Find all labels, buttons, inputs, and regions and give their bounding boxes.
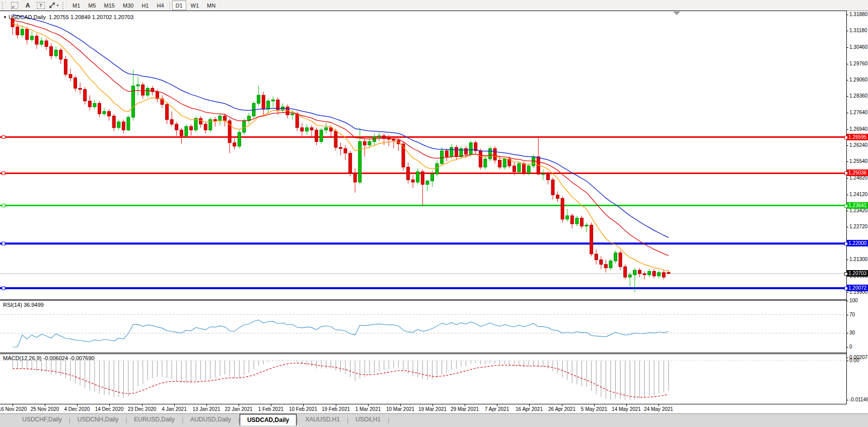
rsi-indicator-label: RSI(14) 36.9499 [3,302,44,308]
axis-tick [846,129,848,130]
main-chart-canvas[interactable] [0,11,846,299]
price-tick: 1.31880 [849,12,867,17]
chart-tab-usdcad-daily[interactable]: USDCAD,Daily [240,414,297,425]
timeframe-button-d1[interactable]: D1 [172,1,186,10]
axis-tick [846,260,848,260]
text-label-icon[interactable]: A [22,1,34,11]
price-tick: 1.21300 [849,257,867,262]
price-tick: 1.22720 [849,224,867,229]
axis-tick [846,292,848,293]
macd-signal-line [13,363,669,397]
price-tick: 1.26240 [849,142,867,148]
hline-anchor[interactable] [2,287,5,290]
hline-anchor[interactable] [2,204,5,207]
axis-tick [846,15,848,15]
price-badge-1.23641[interactable]: 1.23641 [847,202,868,209]
axis-tick [846,31,848,31]
axis-tick [846,161,848,162]
timeframe-button-m1[interactable]: M1 [69,1,84,10]
date-axis[interactable]: 16 Nov 202025 Nov 20204 Dec 202014 Dec 2… [0,404,847,413]
price-badge-1.20072[interactable]: 1.20072 [847,285,868,291]
timeframe-button-m30[interactable]: M30 [119,1,137,10]
separator [0,353,847,353]
price-tick: 1.25540 [849,158,867,164]
rsi-tick: 0 [849,344,852,350]
ma-slow-line [13,15,669,237]
snap-grid-glyph: F [11,2,18,9]
axis-tick [846,400,848,400]
timeframe-button-w1[interactable]: W1 [187,1,203,10]
mt-terminal-window: F A T ▼ M1M5M15M30H1H4D1W1MN ▼ USDCAD,Da… [0,0,868,427]
hline-anchor[interactable] [2,172,5,175]
date-label: 24 May 2021 [638,406,679,412]
toolbar-grip-2[interactable] [62,2,66,9]
axis-tick [846,113,848,113]
hline-anchor[interactable] [2,136,5,139]
chart-tab-usdcnh-daily[interactable]: USDCNH,Daily [70,414,125,425]
macd-tick-min: -0.011462 [849,397,868,402]
axis-tick [846,333,848,333]
chart-tab-usoil-h1[interactable]: USOil,H1 [348,414,388,425]
axis-tick [846,195,848,195]
rsi-tick: 30 [849,330,855,335]
macd-indicator-canvas[interactable] [0,354,846,404]
price-tick: 1.30460 [849,44,867,50]
chart-tab-usdchf-daily[interactable]: USDCHF,Daily [15,414,69,425]
rsi-line [13,320,669,347]
rsi-tick: 70 [849,312,855,317]
badge-anchor[interactable] [844,204,848,208]
timeframe-button-h4[interactable]: H4 [153,1,167,10]
toolbar-grip[interactable] [2,2,6,9]
axis-tick [846,358,848,358]
hline-anchor[interactable] [2,242,5,245]
axis-tick [846,315,848,315]
price-tick: 1.24120 [849,192,867,197]
chart-title: ▼ USDCAD,Daily 1.20755 1.20849 1.20702 1… [3,14,133,20]
symbol-dropdown-icon[interactable]: ▼ [3,15,7,20]
dropdown-caret-icon: ▼ [56,4,59,7]
price-tick: 1.29060 [849,77,867,82]
timeframe-button-m15[interactable]: M15 [101,1,118,10]
macd-tick-zero: 0.00 [849,358,859,363]
toolbar: F A T ▼ M1M5M15M30H1H4D1W1MN [0,0,868,11]
chart-tab-bar: USDCHF,Daily|USDCNH,Daily|EURUSD,Daily|A… [0,413,868,427]
chart-tab-xauusd-h1[interactable]: XAUUSD,H1 [298,414,347,425]
rsi-tick: 100 [849,298,858,303]
timeframe-button-h1[interactable]: H1 [138,1,152,10]
axis-tick [846,227,848,227]
tab-separator: | [388,416,389,423]
price-badge-1.22000[interactable]: 1.22000 [847,240,868,246]
badge-anchor[interactable] [844,172,848,175]
price-tick: 1.31180 [849,28,867,33]
timeframe-button-mn[interactable]: MN [203,1,219,10]
axis-tick [846,47,848,48]
chart-tab-audusd-daily[interactable]: AUDUSD,Daily [183,414,238,425]
badge-anchor[interactable] [844,287,848,290]
axis-tick [846,64,848,64]
price-tick: 1.27640 [849,110,867,115]
rsi-indicator-canvas[interactable] [0,301,846,353]
price-badge-1.26595[interactable]: 1.26595 [847,134,868,140]
arrows-glyph [49,2,55,9]
chart-tab-eurusd-daily[interactable]: EURUSD,Daily [127,414,182,425]
separator [0,299,847,300]
snap-grid-icon[interactable]: F [9,1,21,11]
axis-tick [846,301,848,301]
macd-indicator-label: MACD(12,26,9) -0.006024 -0.007690 [3,355,95,361]
badge-anchor[interactable] [844,136,848,139]
price-tick: 1.26940 [849,126,867,132]
timeframe-group: M1M5M15M30H1H4D1W1MN [68,1,220,10]
chart-shift-marker-icon[interactable] [673,12,680,15]
letter-t-glyph: T [37,2,45,9]
badge-anchor[interactable] [844,272,848,276]
price-tick: 1.29760 [849,61,867,66]
text-box-icon[interactable]: T [35,1,47,11]
axis-tick [846,211,848,211]
axis-tick [846,145,848,146]
draw-arrows-icon[interactable]: ▼ [48,1,60,11]
timeframe-button-m5[interactable]: M5 [85,1,99,10]
price-badge-1.25036[interactable]: 1.25036 [847,169,868,176]
current-price-badge[interactable]: 1.20703 [847,270,868,277]
badge-anchor[interactable] [844,242,848,245]
axis-tick [846,178,848,179]
